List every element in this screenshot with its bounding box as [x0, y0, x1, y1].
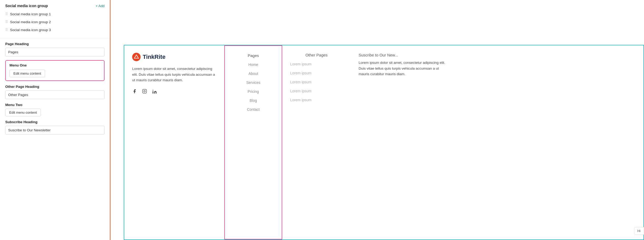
nav-item-contact[interactable]: Contact	[233, 107, 274, 112]
nav-item-about[interactable]: About	[233, 71, 274, 76]
brand-logo: TinkRite	[132, 53, 216, 61]
group-item-label: Social media icon group 2	[10, 20, 51, 24]
section-header: Social media icon group + Add	[0, 0, 110, 10]
brand-description: Lorem ipsum dolor sit amet, consectetur …	[132, 66, 216, 83]
pages-column-heading: Pages	[233, 53, 274, 58]
nav-item-services[interactable]: Services	[233, 80, 274, 85]
menu-two-field-group: Menu Two Edit menu content	[0, 103, 110, 120]
drag-handle-icon: ⠿	[5, 20, 8, 24]
footer-brand-column: TinkRite Lorem ipsum dolor sit amet, con…	[124, 45, 224, 239]
edit-menu-one-button[interactable]: Edit menu content	[9, 70, 45, 77]
list-item[interactable]: ⠿ Social media icon group 3	[5, 26, 105, 34]
social-icons-group	[132, 89, 216, 95]
page-heading-label: Page Heading	[5, 42, 105, 46]
nav-item-home[interactable]: Home	[233, 63, 274, 67]
left-panel: Social media icon group + Add ⠿ Social m…	[0, 0, 111, 240]
right-panel: TinkRite Lorem ipsum dolor sit amet, con…	[111, 0, 644, 240]
edit-menu-two-button[interactable]: Edit menu content	[5, 109, 41, 116]
other-page-heading-field-group: Other Page Heading	[0, 85, 110, 103]
add-group-link[interactable]: + Add	[96, 4, 105, 8]
menu-one-label: Menu One	[9, 63, 100, 67]
svg-rect-5	[153, 91, 153, 94]
footer-pages-column: Pages Home About Services Pricing Blog C…	[224, 45, 282, 239]
brand-name: TinkRite	[143, 54, 165, 60]
group-item-label: Social media icon group 1	[10, 12, 51, 16]
list-item[interactable]: ⠿ Social media icon group 1	[5, 10, 105, 18]
other-page-heading-label: Other Page Heading	[5, 85, 105, 89]
group-item-label: Social media icon group 3	[10, 28, 51, 32]
subscribe-description: Lorem ipsum dolor sit amet, consectetur …	[359, 60, 448, 77]
nav-item-blog[interactable]: Blog	[233, 98, 274, 103]
menu-one-box: Menu One Edit menu content	[5, 60, 105, 81]
page-heading-input[interactable]	[5, 48, 105, 56]
footer-preview: TinkRite Lorem ipsum dolor sit amet, con…	[124, 45, 644, 240]
list-item[interactable]: ⠿ Social media icon group 2	[5, 18, 105, 26]
divider	[0, 38, 110, 38]
other-item-3[interactable]: Lorem ipsum	[290, 80, 343, 84]
subscribe-heading-field-group: Subscribe Heading	[0, 120, 110, 138]
menu-two-label: Menu Two	[5, 103, 105, 107]
svg-point-6	[153, 90, 153, 91]
nav-item-pricing[interactable]: Pricing	[233, 89, 274, 94]
other-item-5[interactable]: Lorem ipsum	[290, 98, 343, 102]
instagram-icon[interactable]	[142, 89, 147, 95]
drag-handle-icon: ⠿	[5, 12, 8, 16]
footer-other-pages-column: Other Pages Lorem ipsum Lorem ipsum Lore…	[282, 45, 351, 239]
subscribe-heading-label: Subscribe Heading	[5, 120, 105, 124]
preview-area: TinkRite Lorem ipsum dolor sit amet, con…	[111, 0, 644, 240]
drag-handle-icon: ⠿	[5, 28, 8, 32]
pages-nav-list: Home About Services Pricing Blog Contact	[233, 63, 274, 112]
other-item-2[interactable]: Lorem ipsum	[290, 71, 343, 75]
footer-subscribe-column: Suscribe to Our New... Lorem ipsum dolor…	[351, 45, 643, 239]
other-item-4[interactable]: Lorem ipsum	[290, 89, 343, 93]
page-heading-field-group: Page Heading	[0, 42, 110, 60]
other-page-heading-input[interactable]	[5, 90, 105, 99]
group-list: ⠿ Social media icon group 1 ⠿ Social med…	[0, 10, 110, 34]
other-pages-column-heading: Other Pages	[290, 53, 343, 57]
subscribe-column-heading: Suscribe to Our New...	[359, 53, 636, 57]
hi-badge: Hi	[634, 227, 644, 235]
linkedin-icon[interactable]	[152, 89, 157, 94]
brand-logo-icon	[132, 53, 141, 61]
svg-rect-3	[143, 89, 147, 93]
subscribe-heading-input[interactable]	[5, 126, 105, 135]
facebook-icon[interactable]	[132, 89, 137, 95]
section-header-title: Social media icon group	[5, 4, 48, 8]
other-pages-list: Lorem ipsum Lorem ipsum Lorem ipsum Lore…	[290, 62, 343, 102]
other-item-1[interactable]: Lorem ipsum	[290, 62, 343, 66]
